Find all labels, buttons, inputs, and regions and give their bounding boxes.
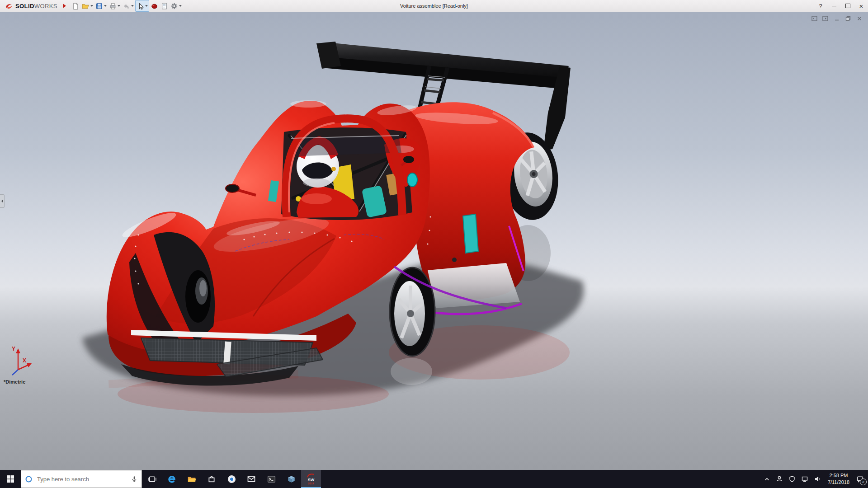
people-button[interactable]: [774, 470, 785, 488]
previous-window-icon: [811, 15, 818, 22]
graphics-viewport[interactable]: Y X: [0, 12, 868, 470]
doc-restore-button[interactable]: [844, 15, 852, 22]
solidworks-taskbar-button[interactable]: SW 2017: [301, 470, 321, 488]
network-icon: [801, 475, 808, 483]
microphone-icon[interactable]: [131, 475, 138, 483]
doc-minimize-icon: [834, 15, 840, 22]
undo-dropdown-caret[interactable]: [131, 5, 134, 7]
chrome-icon: [227, 474, 236, 484]
appearance-icon: [151, 2, 158, 10]
options-button[interactable]: [170, 0, 183, 11]
save-button[interactable]: [94, 0, 108, 11]
clock-date: 7/11/2018: [828, 479, 849, 486]
select-cursor-icon: [137, 2, 144, 10]
doc-close-button[interactable]: [855, 15, 863, 22]
network-button[interactable]: [799, 470, 811, 488]
3d-viewport-render[interactable]: Y X: [0, 12, 868, 470]
quick-toolbar: [71, 0, 183, 12]
print-button[interactable]: [108, 0, 121, 11]
cad-viewer-button[interactable]: [281, 470, 301, 488]
maximize-button[interactable]: [841, 0, 854, 12]
options-dropdown-caret[interactable]: [179, 5, 182, 7]
undo-icon: [123, 2, 130, 10]
next-window-icon: [822, 15, 829, 22]
document-window-controls: [810, 15, 863, 22]
task-view-icon: [148, 475, 156, 483]
file-explorer-icon: [187, 474, 197, 484]
doc-restore-icon: [845, 15, 851, 22]
undo-button[interactable]: [122, 0, 135, 11]
appearance-button[interactable]: [150, 0, 159, 11]
brand-text: SOLIDWORKS: [15, 3, 57, 9]
shoulder-gloss: [301, 193, 332, 204]
deck-intake-teal: [407, 173, 417, 187]
task-view-button[interactable]: [142, 470, 162, 488]
feature-tree-collapse-tab[interactable]: [0, 194, 5, 208]
taskbar-search[interactable]: [21, 470, 142, 488]
taskbar-clock[interactable]: 2:58 PM 7/11/2018: [824, 472, 853, 486]
edge-icon: [167, 474, 177, 484]
tray-overflow-button[interactable]: [761, 470, 773, 488]
mail-button[interactable]: [241, 470, 261, 488]
save-dropdown-caret[interactable]: [104, 5, 107, 7]
minimize-icon: [832, 6, 836, 6]
defender-shield-icon: [788, 475, 796, 483]
action-center-button[interactable]: 2: [854, 470, 866, 488]
mail-envelope-icon: [247, 474, 256, 483]
triad-x-label: X: [23, 357, 26, 364]
notification-badge: 2: [860, 479, 867, 485]
clock-time: 2:58 PM: [829, 472, 848, 479]
print-icon: [109, 2, 117, 10]
people-icon: [776, 475, 783, 483]
help-button[interactable]: ?: [814, 0, 827, 12]
terminal-icon: [267, 474, 276, 484]
store-bag-icon: [207, 474, 216, 483]
visor-pivot: [331, 167, 336, 171]
design-report-icon: [160, 2, 168, 10]
options-gear-icon: [170, 2, 178, 10]
file-explorer-button[interactable]: [182, 470, 202, 488]
side-window-teal[interactable]: [463, 214, 478, 253]
titlebar: SOLIDWORKS: [0, 0, 868, 12]
doc-next-window-button[interactable]: [821, 15, 830, 22]
start-button[interactable]: [0, 470, 21, 488]
volume-button[interactable]: [811, 470, 823, 488]
volume-icon: [814, 475, 821, 483]
doc-close-icon: [856, 15, 863, 22]
security-button[interactable]: [786, 470, 798, 488]
solidworks-app-icon: SW 2017: [305, 473, 317, 485]
maximize-icon: [845, 4, 850, 8]
chrome-button[interactable]: [222, 470, 241, 488]
system-tray: 2:58 PM 7/11/2018 2: [761, 470, 868, 488]
select-dropdown-caret[interactable]: [145, 5, 148, 7]
open-folder-icon: [81, 2, 90, 10]
rear-left-wheel[interactable]: [390, 267, 435, 356]
minimize-button[interactable]: [827, 0, 841, 12]
window-controls: ? ×: [814, 0, 868, 12]
open-button[interactable]: [80, 0, 94, 11]
save-icon: [95, 2, 103, 10]
side-fastener: [452, 258, 457, 262]
menu-flyout-arrow-icon[interactable]: [63, 4, 66, 8]
terminal-button[interactable]: [261, 470, 281, 488]
view-orientation-label: *Dimetric: [4, 379, 25, 385]
print-dropdown-caret[interactable]: [118, 5, 120, 7]
search-input[interactable]: [36, 475, 127, 483]
open-dropdown-caret[interactable]: [90, 5, 93, 7]
collapse-arrow-icon: [1, 199, 3, 203]
solidworks-menu-button[interactable]: SOLIDWORKS: [0, 3, 60, 9]
windows-start-icon: [6, 475, 14, 483]
store-button[interactable]: [202, 470, 222, 488]
edge-button[interactable]: [162, 470, 182, 488]
cube-app-icon: [287, 474, 296, 484]
doc-minimize-button[interactable]: [833, 15, 841, 22]
chin-shadow: [303, 178, 330, 187]
select-tool-button[interactable]: [135, 0, 149, 12]
close-button[interactable]: ×: [854, 0, 868, 12]
new-document-button[interactable]: [71, 0, 80, 11]
left-hump-gloss: [290, 100, 326, 108]
solidworks-window: SOLIDWORKS: [0, 0, 868, 488]
new-document-icon: [71, 2, 79, 10]
doc-previous-window-button[interactable]: [810, 15, 818, 22]
design-report-button[interactable]: [160, 0, 169, 11]
